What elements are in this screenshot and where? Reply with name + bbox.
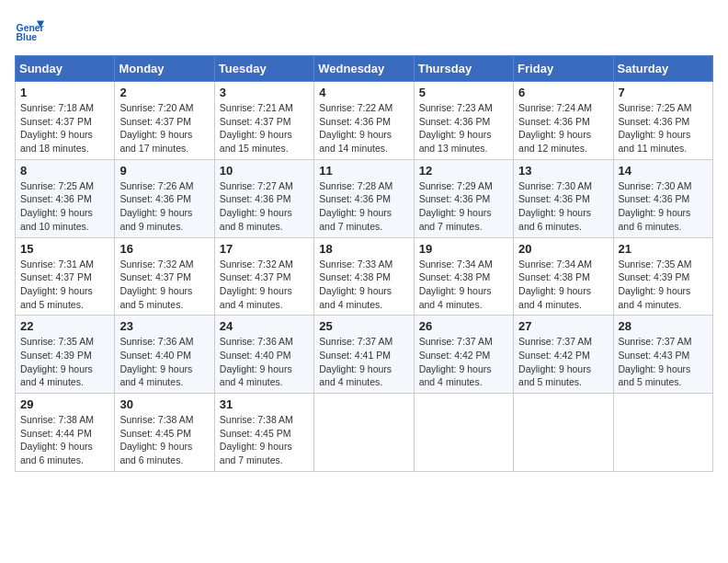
calendar-cell: 4 Sunrise: 7:22 AM Sunset: 4:36 PM Dayli… bbox=[314, 82, 414, 160]
day-number: 20 bbox=[518, 242, 608, 256]
calendar-cell: 22 Sunrise: 7:35 AM Sunset: 4:39 PM Dayl… bbox=[16, 316, 115, 394]
day-info: Sunrise: 7:32 AM Sunset: 4:37 PM Dayligh… bbox=[220, 258, 309, 312]
calendar-cell: 27 Sunrise: 7:37 AM Sunset: 4:42 PM Dayl… bbox=[514, 316, 613, 394]
day-info: Sunrise: 7:37 AM Sunset: 4:42 PM Dayligh… bbox=[419, 335, 508, 389]
calendar-cell: 23 Sunrise: 7:36 AM Sunset: 4:40 PM Dayl… bbox=[115, 316, 214, 394]
day-info: Sunrise: 7:37 AM Sunset: 4:43 PM Dayligh… bbox=[619, 335, 708, 389]
day-number: 1 bbox=[20, 86, 109, 99]
weekday-header-sunday: Sunday bbox=[16, 56, 115, 82]
day-info: Sunrise: 7:37 AM Sunset: 4:42 PM Dayligh… bbox=[518, 335, 608, 389]
day-info: Sunrise: 7:30 AM Sunset: 4:36 PM Dayligh… bbox=[619, 179, 708, 234]
day-number: 17 bbox=[220, 242, 309, 256]
day-info: Sunrise: 7:38 AM Sunset: 4:44 PM Dayligh… bbox=[20, 413, 109, 467]
calendar-cell bbox=[514, 394, 613, 472]
calendar-cell bbox=[314, 394, 414, 472]
calendar-cell: 11 Sunrise: 7:28 AM Sunset: 4:36 PM Dayl… bbox=[314, 159, 414, 237]
calendar-cell: 12 Sunrise: 7:29 AM Sunset: 4:36 PM Dayl… bbox=[414, 159, 513, 237]
day-number: 22 bbox=[20, 319, 109, 333]
weekday-header-thursday: Thursday bbox=[414, 56, 513, 82]
day-number: 8 bbox=[20, 164, 109, 178]
weekday-header-saturday: Saturday bbox=[613, 56, 712, 82]
calendar-cell: 19 Sunrise: 7:34 AM Sunset: 4:38 PM Dayl… bbox=[414, 237, 513, 316]
day-info: Sunrise: 7:34 AM Sunset: 4:38 PM Dayligh… bbox=[518, 258, 608, 312]
day-number: 9 bbox=[119, 164, 209, 178]
day-number: 15 bbox=[20, 242, 109, 256]
calendar-cell: 7 Sunrise: 7:25 AM Sunset: 4:36 PM Dayli… bbox=[613, 82, 712, 160]
calendar-cell: 28 Sunrise: 7:37 AM Sunset: 4:43 PM Dayl… bbox=[613, 316, 712, 394]
day-number: 10 bbox=[220, 164, 309, 178]
day-info: Sunrise: 7:31 AM Sunset: 4:37 PM Dayligh… bbox=[20, 258, 109, 312]
weekday-header-friday: Friday bbox=[514, 56, 613, 82]
day-number: 30 bbox=[119, 397, 209, 411]
day-info: Sunrise: 7:32 AM Sunset: 4:37 PM Dayligh… bbox=[119, 258, 209, 312]
calendar-cell: 18 Sunrise: 7:33 AM Sunset: 4:38 PM Dayl… bbox=[314, 237, 414, 316]
day-info: Sunrise: 7:33 AM Sunset: 4:38 PM Dayligh… bbox=[319, 258, 408, 312]
calendar-cell: 21 Sunrise: 7:35 AM Sunset: 4:39 PM Dayl… bbox=[613, 237, 712, 316]
calendar-cell: 14 Sunrise: 7:30 AM Sunset: 4:36 PM Dayl… bbox=[613, 159, 712, 237]
calendar-cell bbox=[414, 394, 513, 472]
day-number: 3 bbox=[220, 86, 309, 99]
day-number: 18 bbox=[319, 242, 408, 256]
calendar-week-5: 29 Sunrise: 7:38 AM Sunset: 4:44 PM Dayl… bbox=[16, 394, 713, 472]
day-number: 13 bbox=[518, 164, 608, 178]
calendar-cell: 17 Sunrise: 7:32 AM Sunset: 4:37 PM Dayl… bbox=[214, 237, 313, 316]
calendar-cell bbox=[613, 394, 712, 472]
day-number: 2 bbox=[119, 86, 209, 99]
day-number: 12 bbox=[419, 164, 508, 178]
calendar-cell: 8 Sunrise: 7:25 AM Sunset: 4:36 PM Dayli… bbox=[16, 159, 115, 237]
weekday-header-monday: Monday bbox=[115, 56, 214, 82]
day-number: 7 bbox=[619, 86, 708, 99]
day-number: 25 bbox=[319, 319, 408, 333]
day-info: Sunrise: 7:30 AM Sunset: 4:36 PM Dayligh… bbox=[518, 179, 608, 234]
calendar-week-2: 8 Sunrise: 7:25 AM Sunset: 4:36 PM Dayli… bbox=[16, 159, 713, 237]
day-info: Sunrise: 7:26 AM Sunset: 4:36 PM Dayligh… bbox=[119, 179, 209, 234]
day-info: Sunrise: 7:27 AM Sunset: 4:36 PM Dayligh… bbox=[220, 179, 309, 234]
day-info: Sunrise: 7:20 AM Sunset: 4:37 PM Dayligh… bbox=[119, 101, 209, 155]
day-info: Sunrise: 7:36 AM Sunset: 4:40 PM Dayligh… bbox=[220, 335, 309, 389]
calendar-cell: 10 Sunrise: 7:27 AM Sunset: 4:36 PM Dayl… bbox=[214, 159, 313, 237]
day-number: 14 bbox=[619, 164, 708, 178]
day-info: Sunrise: 7:28 AM Sunset: 4:36 PM Dayligh… bbox=[319, 179, 408, 234]
calendar-cell: 15 Sunrise: 7:31 AM Sunset: 4:37 PM Dayl… bbox=[16, 237, 115, 316]
day-number: 24 bbox=[220, 319, 309, 333]
calendar-cell: 24 Sunrise: 7:36 AM Sunset: 4:40 PM Dayl… bbox=[214, 316, 313, 394]
calendar-cell: 5 Sunrise: 7:23 AM Sunset: 4:36 PM Dayli… bbox=[414, 82, 513, 160]
calendar-cell: 20 Sunrise: 7:34 AM Sunset: 4:38 PM Dayl… bbox=[514, 237, 613, 316]
calendar-cell: 31 Sunrise: 7:38 AM Sunset: 4:45 PM Dayl… bbox=[214, 394, 313, 472]
day-info: Sunrise: 7:22 AM Sunset: 4:36 PM Dayligh… bbox=[319, 101, 408, 155]
logo-icon: General Blue bbox=[15, 15, 44, 44]
day-number: 31 bbox=[220, 397, 309, 411]
svg-text:Blue: Blue bbox=[17, 32, 38, 42]
calendar-week-3: 15 Sunrise: 7:31 AM Sunset: 4:37 PM Dayl… bbox=[16, 237, 713, 316]
day-info: Sunrise: 7:35 AM Sunset: 4:39 PM Dayligh… bbox=[20, 335, 109, 389]
logo: General Blue bbox=[15, 15, 44, 44]
day-number: 6 bbox=[518, 86, 608, 99]
day-number: 5 bbox=[419, 86, 508, 99]
day-number: 28 bbox=[619, 319, 708, 333]
day-info: Sunrise: 7:35 AM Sunset: 4:39 PM Dayligh… bbox=[619, 258, 708, 312]
calendar-cell: 6 Sunrise: 7:24 AM Sunset: 4:36 PM Dayli… bbox=[514, 82, 613, 160]
day-info: Sunrise: 7:34 AM Sunset: 4:38 PM Dayligh… bbox=[419, 258, 508, 312]
day-number: 4 bbox=[319, 86, 408, 99]
day-info: Sunrise: 7:38 AM Sunset: 4:45 PM Dayligh… bbox=[119, 413, 209, 467]
calendar-cell: 30 Sunrise: 7:38 AM Sunset: 4:45 PM Dayl… bbox=[115, 394, 214, 472]
day-info: Sunrise: 7:29 AM Sunset: 4:36 PM Dayligh… bbox=[419, 179, 508, 234]
calendar-week-4: 22 Sunrise: 7:35 AM Sunset: 4:39 PM Dayl… bbox=[16, 316, 713, 394]
calendar-week-1: 1 Sunrise: 7:18 AM Sunset: 4:37 PM Dayli… bbox=[16, 82, 713, 160]
day-number: 21 bbox=[619, 242, 708, 256]
day-info: Sunrise: 7:37 AM Sunset: 4:41 PM Dayligh… bbox=[319, 335, 408, 389]
day-info: Sunrise: 7:36 AM Sunset: 4:40 PM Dayligh… bbox=[119, 335, 209, 389]
day-number: 16 bbox=[119, 242, 209, 256]
page-header: General Blue bbox=[15, 15, 713, 44]
day-info: Sunrise: 7:38 AM Sunset: 4:45 PM Dayligh… bbox=[220, 413, 309, 467]
day-number: 27 bbox=[518, 319, 608, 333]
calendar-cell: 2 Sunrise: 7:20 AM Sunset: 4:37 PM Dayli… bbox=[115, 82, 214, 160]
calendar-cell: 29 Sunrise: 7:38 AM Sunset: 4:44 PM Dayl… bbox=[16, 394, 115, 472]
day-info: Sunrise: 7:25 AM Sunset: 4:36 PM Dayligh… bbox=[619, 101, 708, 155]
day-number: 29 bbox=[20, 397, 109, 411]
calendar-cell: 13 Sunrise: 7:30 AM Sunset: 4:36 PM Dayl… bbox=[514, 159, 613, 237]
weekday-header-tuesday: Tuesday bbox=[214, 56, 313, 82]
calendar-cell: 16 Sunrise: 7:32 AM Sunset: 4:37 PM Dayl… bbox=[115, 237, 214, 316]
day-info: Sunrise: 7:21 AM Sunset: 4:37 PM Dayligh… bbox=[220, 101, 309, 155]
day-info: Sunrise: 7:24 AM Sunset: 4:36 PM Dayligh… bbox=[518, 101, 608, 155]
